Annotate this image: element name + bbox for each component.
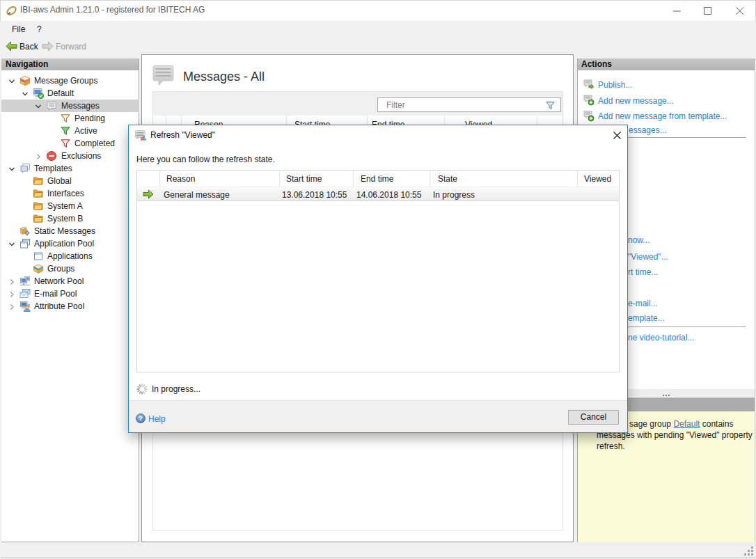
svg-text:?: ? (139, 414, 143, 422)
